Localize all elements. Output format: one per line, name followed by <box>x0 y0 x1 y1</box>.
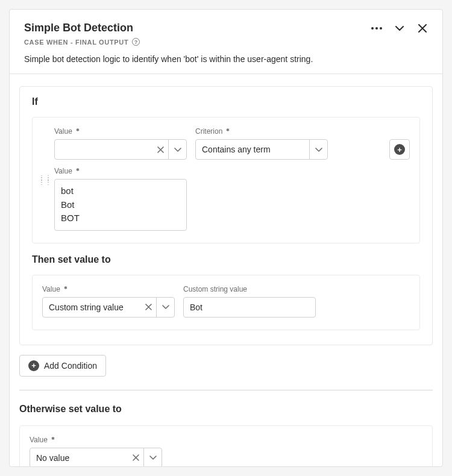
criterion-field: Criterion Contains any term <box>195 127 328 160</box>
plus-icon: + <box>394 144 405 155</box>
add-condition-label: Add Condition <box>44 361 97 371</box>
if-value-label: Value <box>54 127 187 136</box>
panel-description: Simple bot detection logic to identify w… <box>24 54 428 64</box>
more-icon[interactable] <box>371 23 382 34</box>
panel-actions <box>371 23 428 34</box>
if-value-combo[interactable] <box>54 139 187 160</box>
divider <box>19 390 433 390</box>
if-title: If <box>32 96 420 107</box>
chevron-down-icon[interactable] <box>143 448 162 468</box>
then-value-combo[interactable]: Custom string value <box>42 297 175 318</box>
if-values-textarea[interactable]: bot Bot BOT <box>54 179 187 231</box>
if-value-input[interactable] <box>55 140 152 159</box>
chevron-down-icon[interactable] <box>168 140 186 159</box>
if-then-block: If ⋮⋮⋮⋮⋮⋮ Value <box>19 86 433 345</box>
custom-string-label: Custom string value <box>183 285 316 293</box>
if-values-label: Value <box>54 167 410 175</box>
otherwise-title: Otherwise set value to <box>19 404 433 415</box>
then-value-selected: Custom string value <box>43 298 140 317</box>
drag-handle-icon[interactable]: ⋮⋮⋮⋮⋮⋮ <box>39 177 45 184</box>
close-icon[interactable] <box>417 23 428 34</box>
clear-icon[interactable] <box>152 140 168 159</box>
add-condition-button[interactable]: + Add Condition <box>19 355 106 377</box>
case-when-panel: Simple Bot Detection CASE WHEN - FINAL O… <box>9 9 443 467</box>
otherwise-value-combo[interactable]: No value <box>30 448 162 468</box>
chevron-down-icon[interactable] <box>156 298 174 317</box>
collapse-icon[interactable] <box>394 23 405 34</box>
custom-string-input[interactable]: Bot <box>183 297 316 318</box>
help-icon[interactable]: ? <box>132 38 140 46</box>
criterion-combo[interactable]: Contains any term <box>195 139 328 160</box>
then-title: Then set value to <box>32 254 420 265</box>
criterion-value: Contains any term <box>196 140 309 159</box>
add-criterion-button[interactable]: + <box>389 139 410 160</box>
svg-point-2 <box>380 27 382 30</box>
plus-icon: + <box>28 360 39 371</box>
panel-header: Simple Bot Detection CASE WHEN - FINAL O… <box>10 10 442 74</box>
if-value-field: Value <box>54 127 187 160</box>
panel-title: Simple Bot Detection <box>24 22 133 34</box>
panel-subtitle: CASE WHEN - FINAL OUTPUT <box>24 39 128 46</box>
otherwise-value-label: Value <box>30 436 162 444</box>
svg-point-1 <box>375 27 378 30</box>
chevron-down-icon[interactable] <box>309 140 327 159</box>
otherwise-value-selected: No value <box>30 448 128 468</box>
clear-icon[interactable] <box>128 448 143 468</box>
criterion-label: Criterion <box>195 127 328 136</box>
then-value-label: Value <box>42 285 175 293</box>
if-condition-block: ⋮⋮⋮⋮⋮⋮ Value <box>32 117 420 243</box>
clear-icon[interactable] <box>140 298 156 317</box>
custom-string-field: Custom string value Bot <box>183 285 316 318</box>
svg-point-0 <box>371 27 374 30</box>
otherwise-block: Value No value <box>19 425 433 468</box>
panel-body: If ⋮⋮⋮⋮⋮⋮ Value <box>10 74 442 467</box>
then-value-field: Value Custom string value <box>42 285 175 318</box>
then-block: Value Custom string value Custom <box>32 275 420 330</box>
